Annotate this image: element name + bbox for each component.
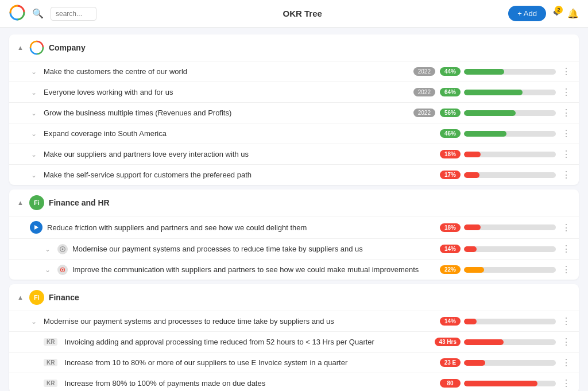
more-options-button[interactable]: ⋮: [560, 316, 572, 327]
okr-meta: 43 Hrs⋮: [435, 336, 572, 347]
pct-badge: 43 Hrs: [435, 338, 461, 346]
search-icon[interactable]: 🔍: [32, 8, 44, 19]
pct-badge: 18%: [440, 223, 461, 232]
section-header-finance-hr[interactable]: ▲FiFinance and HR: [9, 189, 579, 216]
progress-wrap: 23 E: [440, 358, 556, 367]
svg-point-6: [62, 269, 64, 270]
collapse-button-company[interactable]: ▲: [16, 44, 25, 51]
okr-row: ⌄Make our suppliers and partners love ev…: [9, 144, 579, 164]
okr-row: ⌄Improve the communication with supplier…: [9, 259, 579, 280]
section-header-finance[interactable]: ▲FiFinance: [9, 284, 579, 311]
progress-wrap: 18%: [440, 150, 556, 158]
okr-row: KRIncrease from 10 to 80% or more of our…: [9, 352, 579, 373]
progress-bar-fill: [464, 172, 479, 178]
okr-label: Modernise our payment systems and proces…: [44, 317, 435, 326]
more-options-button[interactable]: ⋮: [560, 378, 572, 389]
progress-bar-fill: [464, 267, 484, 273]
okr-meta: 202256%⋮: [413, 107, 572, 118]
okr-label: Expand coverage into South America: [44, 129, 435, 138]
progress-bar-fill: [464, 131, 506, 137]
row-collapse-button[interactable]: ⌄: [44, 266, 52, 274]
add-button[interactable]: + Add: [508, 6, 546, 21]
progress-bar-fill: [464, 152, 481, 157]
okr-label: Make our suppliers and partners love eve…: [44, 150, 435, 158]
wishlist-button[interactable]: ❤ 2: [553, 8, 560, 19]
row-collapse-button[interactable]: ⌄: [30, 130, 38, 138]
progress-wrap: 43 Hrs: [435, 338, 556, 346]
search-input[interactable]: [51, 7, 96, 21]
more-options-button[interactable]: ⋮: [560, 357, 572, 368]
pct-badge: 14%: [440, 245, 461, 253]
objective-icon: [30, 221, 42, 234]
section-title-company: Company: [49, 43, 86, 52]
progress-bar-fill: [464, 339, 504, 345]
collapse-button-finance-hr[interactable]: ▲: [16, 199, 25, 206]
more-options-button[interactable]: ⋮: [560, 222, 572, 233]
more-options-button[interactable]: ⋮: [560, 243, 572, 254]
progress-bar-bg: [464, 224, 556, 230]
more-options-button[interactable]: ⋮: [560, 87, 572, 98]
okr-row: ⌄Expand coverage into South America46%⋮: [9, 123, 579, 144]
progress-bar-fill: [464, 90, 523, 95]
progress-bar-fill: [464, 69, 504, 75]
collapse-button-finance[interactable]: ▲: [16, 294, 25, 301]
year-badge: 2022: [413, 109, 435, 117]
progress-wrap: 56%: [440, 109, 556, 117]
okr-meta: 18%⋮: [440, 149, 572, 160]
okr-label: Invoicing adding and approval processing…: [64, 338, 430, 346]
okr-label: Everyone loves working with and for us: [44, 88, 409, 96]
more-options-button[interactable]: ⋮: [560, 107, 572, 118]
progress-wrap: 80: [440, 379, 556, 388]
progress-wrap: 46%: [440, 129, 556, 138]
more-options-button[interactable]: ⋮: [560, 149, 572, 160]
okr-row: ⌄Modernise our payment systems and proce…: [9, 238, 579, 259]
row-collapse-button[interactable]: ⌄: [30, 150, 38, 158]
more-options-button[interactable]: ⋮: [560, 169, 572, 180]
pct-badge: 64%: [440, 88, 461, 96]
progress-wrap: 17%: [440, 171, 556, 179]
more-options-button[interactable]: ⋮: [560, 66, 572, 77]
more-options-button[interactable]: ⋮: [560, 264, 572, 275]
more-options-button[interactable]: ⋮: [560, 336, 572, 347]
progress-bar-bg: [464, 319, 556, 324]
okr-meta: 18%⋮: [440, 222, 572, 233]
okr-label: Grow the business multiple times (Revenu…: [44, 109, 409, 117]
sub-obj-icon: [57, 265, 68, 275]
okr-row: KRInvoicing adding and approval processi…: [9, 331, 579, 352]
row-collapse-button[interactable]: ⌄: [30, 68, 38, 76]
row-collapse-button[interactable]: ⌄: [30, 171, 38, 179]
okr-label: Make the self-service support for custom…: [44, 171, 435, 179]
section-finance-hr: ▲FiFinance and HRReduce friction with su…: [9, 189, 579, 280]
okr-meta: 14%⋮: [440, 243, 572, 254]
pct-badge: 14%: [440, 317, 461, 326]
progress-bar-bg: [464, 90, 556, 95]
progress-bar-fill: [464, 224, 481, 230]
section-avatar-finance: Fi: [29, 290, 44, 305]
okr-meta: 17%⋮: [440, 169, 572, 180]
row-collapse-button[interactable]: ⌄: [30, 318, 38, 326]
company-logo-icon: [29, 40, 44, 55]
row-collapse-button[interactable]: ⌄: [30, 88, 38, 96]
progress-wrap: 14%: [440, 245, 556, 253]
section-avatar-finance-hr: Fi: [29, 195, 44, 210]
pct-badge: 44%: [440, 67, 461, 76]
okr-label: Make the customers the centre of our wor…: [44, 67, 409, 76]
progress-bar-bg: [464, 69, 556, 75]
row-collapse-button[interactable]: ⌄: [30, 109, 38, 117]
progress-wrap: 22%: [440, 265, 556, 274]
row-collapse-button[interactable]: ⌄: [44, 245, 52, 253]
okr-meta: 46%⋮: [440, 128, 572, 139]
more-options-button[interactable]: ⋮: [560, 128, 572, 139]
notif-badge: 2: [555, 6, 563, 14]
okr-label: Modernise our payment systems and proces…: [72, 245, 435, 253]
pct-badge: 46%: [440, 129, 461, 138]
svg-point-4: [62, 248, 64, 250]
progress-bar-fill: [464, 360, 485, 366]
okr-row: KRIncrease from 80% to 100% of payments …: [9, 373, 579, 391]
section-header-company[interactable]: ▲ Company: [9, 34, 579, 61]
logo[interactable]: [9, 5, 25, 22]
okr-meta: 22%⋮: [440, 264, 572, 275]
section-title-finance: Finance: [49, 293, 79, 302]
okr-label: Improve the communication with suppliers…: [72, 265, 435, 274]
notification-button[interactable]: 🔔: [567, 8, 579, 19]
